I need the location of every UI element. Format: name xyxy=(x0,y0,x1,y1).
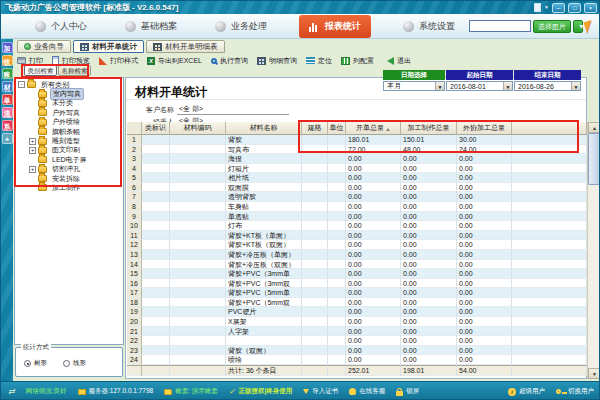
quick-button[interactable]: 加 xyxy=(2,42,13,53)
quick-button[interactable]: 收 xyxy=(2,55,13,66)
import-cert-button[interactable]: 导入证书 xyxy=(303,386,338,397)
table-row[interactable]: 19 PVC硬片 0.00 0.00 0.00 xyxy=(127,307,587,317)
table-row[interactable]: 14 背胶+冷压板（双面） 0.00 0.00 0.00 xyxy=(127,260,587,270)
quick-button[interactable]: 系 xyxy=(2,120,13,131)
document-tab[interactable]: 材料开单统计 xyxy=(73,40,144,53)
tree-item[interactable]: + 室内写真 xyxy=(18,89,123,98)
toolbar-button[interactable]: 退出 xyxy=(383,56,411,66)
image-path-input[interactable] xyxy=(469,20,531,32)
table-row[interactable]: 15 背胶+PVC（3mm单 0.00 0.00 0.00 xyxy=(127,269,587,279)
toolbar-button[interactable]: 明细查询 xyxy=(257,56,297,66)
col-name[interactable]: 材料名称 xyxy=(226,122,302,135)
date-dropdown[interactable]: 2016-08-26 ▼ xyxy=(514,81,581,91)
stats-mode-radio[interactable]: 线形 xyxy=(63,359,86,368)
table-row[interactable]: 18 背胶+PVC（5mm双 0.00 0.00 0.00 xyxy=(127,298,587,308)
table-row[interactable]: 17 背胶+PVC（5mm单 0.00 0.00 0.00 xyxy=(127,288,587,298)
tree-item[interactable]: + 户外写真 xyxy=(18,108,123,117)
table-row[interactable]: 24 喷绘 0.00 0.00 0.00 xyxy=(127,355,587,365)
toolbar-button[interactable]: 定位 xyxy=(306,56,332,66)
table-row[interactable]: 12 背胶+KT板（双面） 0.00 0.00 0.00 xyxy=(127,240,587,250)
dropdown-caret-icon[interactable]: ▼ xyxy=(571,82,580,90)
document-tab[interactable]: 业务向导 xyxy=(17,40,71,53)
dropdown-caret-icon[interactable]: ▼ xyxy=(503,82,512,90)
quick-button[interactable]: 单 xyxy=(2,94,13,105)
table-row[interactable]: 11 背胶+KT板（单面） 0.00 0.00 0.00 xyxy=(127,231,587,241)
table-row[interactable]: 10 灯布 0.00 0.00 0.00 xyxy=(127,221,587,231)
table-row[interactable]: 6 双面膜 0.00 0.00 0.00 xyxy=(127,183,587,193)
col-open-qty[interactable]: 开单总量 xyxy=(346,122,401,135)
toolbar-button[interactable]: 打印 xyxy=(17,56,43,66)
toolbar-button[interactable]: 打印样式 xyxy=(99,56,138,66)
table-row[interactable]: 13 背胶+冷压板（单面） 0.00 0.00 0.00 xyxy=(127,250,587,260)
tree-item[interactable]: + 图文印刷 xyxy=(18,146,123,155)
menu-item[interactable]: 基础档案 xyxy=(119,17,183,36)
scroll-thumb[interactable] xyxy=(588,133,600,185)
col-make-qty[interactable]: 加工制作总量 xyxy=(401,122,457,135)
col-type[interactable]: 类标识 xyxy=(142,122,170,135)
super-user-button[interactable]: 超级用户 xyxy=(508,387,545,396)
table-row[interactable]: 9 单透贴 0.00 0.00 0.00 xyxy=(127,212,587,222)
switch-user-button[interactable]: 切换用户 xyxy=(556,387,594,396)
table-scrollbar[interactable]: ▲ ▼ xyxy=(587,122,600,379)
menu-item[interactable]: 业务处理 xyxy=(209,17,273,36)
table-row[interactable]: 7 透明背胶 0.00 0.00 0.00 xyxy=(127,192,587,202)
table-row[interactable]: 8 车身贴 0.00 0.00 0.00 xyxy=(127,202,587,212)
table-row[interactable]: 16 背胶+PVC（3mm双 0.00 0.00 0.00 xyxy=(127,279,587,289)
tree-item[interactable]: + LED电子屏 xyxy=(18,155,123,164)
col-out-qty[interactable]: 外协加工总量 xyxy=(457,122,512,135)
search-tab[interactable]: 名称检索 xyxy=(58,65,91,76)
scroll-up-icon[interactable]: ▲ xyxy=(588,122,600,133)
sync-icon[interactable]: ⇄ xyxy=(8,387,15,396)
maximize-button[interactable]: □ xyxy=(568,3,581,13)
tree-item[interactable]: + 切割冲孔 xyxy=(18,165,123,174)
table-row[interactable]: 21 人字架 0.00 0.00 0.00 xyxy=(127,327,587,337)
quick-button[interactable]: 账 xyxy=(2,68,13,79)
toolbar-button[interactable]: 列配置 xyxy=(341,56,374,66)
quick-button[interactable]: 流 xyxy=(2,107,13,118)
close-button[interactable]: × xyxy=(584,3,597,13)
table-row[interactable]: 1 背胶 180.01 150.01 30.00 xyxy=(127,135,587,145)
col-spec[interactable]: 规格 xyxy=(302,122,328,135)
tree-item[interactable]: + 未分类 xyxy=(18,99,123,108)
expand-plus-icon[interactable]: + xyxy=(29,147,36,154)
stats-mode-radio[interactable]: 树形 xyxy=(24,359,47,368)
tree-item[interactable]: + 加工制作 xyxy=(18,183,123,192)
table-row[interactable]: 4 灯箱片 0.00 0.00 0.00 xyxy=(127,164,587,174)
menu-item[interactable]: 个人中心 xyxy=(29,17,93,36)
toolbar-button[interactable]: 导出到EXCEL xyxy=(147,56,202,66)
menu-item[interactable]: 报表统计 xyxy=(299,15,371,38)
date-dropdown[interactable]: 2016-08-01 ▼ xyxy=(446,81,513,91)
quick-button[interactable]: + xyxy=(2,133,13,144)
table-row[interactable]: 3 海报 0.00 0.00 0.00 xyxy=(127,154,587,164)
table-row[interactable]: 2 写真布 72.00 48.00 24.00 xyxy=(127,145,587,155)
table-row[interactable]: 20 X展架 0.00 0.00 0.00 xyxy=(127,317,587,327)
col-code[interactable]: 材料编码 xyxy=(170,122,226,135)
document-tab[interactable]: 材料开单明细表 xyxy=(146,40,225,53)
expand-plus-icon[interactable]: + xyxy=(29,138,36,145)
search-tab[interactable]: 类别检索 xyxy=(24,65,57,76)
table-row[interactable]: 23 背胶（双面） 0.00 0.00 0.00 xyxy=(127,346,587,356)
expand-plus-icon[interactable]: + xyxy=(29,166,36,173)
lock-screen-button[interactable]: 锁屏 xyxy=(396,387,419,396)
tree-item[interactable]: + 雕刻造型 xyxy=(18,136,123,145)
caret-down-icon[interactable]: ▼ xyxy=(544,3,549,12)
dropdown-caret-icon[interactable]: ▼ xyxy=(435,82,444,90)
toolbar-button[interactable]: 执行查询 xyxy=(211,56,248,66)
table-row[interactable]: 22 0.00 0.00 0.00 xyxy=(127,336,587,346)
menu-item[interactable]: 系统设置 xyxy=(397,17,461,36)
collapse-icon[interactable]: - xyxy=(18,81,25,88)
filter-value-field[interactable]: <全 部> xyxy=(177,104,289,115)
quick-button[interactable]: 材 xyxy=(2,81,13,92)
tree-item[interactable]: + 旗帜条幅 xyxy=(18,127,123,136)
col-unit[interactable]: 单位 xyxy=(328,122,346,135)
minimize-button[interactable]: ─ xyxy=(552,3,565,13)
date-dropdown[interactable]: 本月 ▼ xyxy=(383,81,445,91)
select-image-button[interactable]: 选择图片 xyxy=(533,20,571,33)
table-row[interactable]: 5 相片纸 0.00 0.00 0.00 xyxy=(127,173,587,183)
online-service-button[interactable]: 在线客服 xyxy=(349,387,385,396)
toolbar-button[interactable]: 打印预览 xyxy=(52,56,90,66)
page-icon[interactable] xyxy=(534,3,541,12)
tree-item[interactable]: + 安装拆除 xyxy=(18,174,123,183)
tree-item[interactable]: + 户外喷绘 xyxy=(18,118,123,127)
scroll-down-icon[interactable]: ▼ xyxy=(588,368,600,379)
